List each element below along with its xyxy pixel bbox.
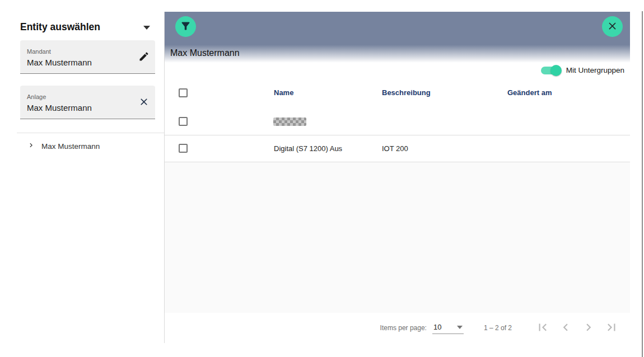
subgroups-toggle[interactable] (541, 67, 560, 74)
row-checkbox[interactable] (179, 144, 188, 153)
first-page-button[interactable] (535, 321, 550, 335)
chevron-right-icon (27, 141, 35, 152)
filter-button[interactable] (175, 16, 196, 37)
caret-down-icon (143, 26, 150, 30)
filter-funnel-icon (180, 20, 192, 34)
mandant-edit-button[interactable] (138, 51, 150, 63)
next-page-button[interactable] (581, 321, 596, 335)
clear-x-icon (138, 96, 150, 109)
paginator: Items per page: 10 1 – 2 of 2 (165, 313, 630, 343)
column-header-beschreibung[interactable]: Beschreibung (382, 88, 431, 97)
last-page-icon (604, 320, 619, 336)
next-page-icon (581, 320, 596, 336)
sidebar-divider (17, 133, 164, 133)
anlage-clear-button[interactable] (138, 96, 150, 109)
last-page-button[interactable] (604, 321, 619, 335)
panel-title: Max Mustermann (170, 48, 240, 58)
anlage-field: Anlage Max Mustermann (20, 86, 155, 119)
mandant-field-value: Max Mustermann (27, 58, 92, 67)
page-size-select[interactable]: 10 (432, 322, 464, 334)
column-header-name[interactable]: Name (274, 88, 293, 97)
row-divider (165, 135, 630, 135)
first-page-icon (535, 320, 550, 336)
subgroups-toggle-row: Mit Untergruppen (541, 66, 624, 74)
previous-page-icon (558, 320, 573, 336)
select-all-checkbox[interactable] (179, 88, 188, 97)
subgroups-toggle-label: Mit Untergruppen (566, 66, 624, 74)
paginator-nav (535, 321, 619, 335)
beschreibung-cell: IOT 200 (382, 144, 408, 153)
window-edge-line (642, 11, 643, 357)
tree-item-label: Max Mustermann (41, 142, 100, 151)
empty-table-area (165, 162, 630, 313)
entity-selection-panel: Max Mustermann Mit Untergruppen Name Bes… (164, 12, 630, 343)
tree-item-max-mustermann[interactable]: Max Mustermann (27, 141, 100, 152)
items-per-page-label: Items per page: (380, 324, 427, 332)
name-cell: Digital (S7 1200) Aus (274, 144, 342, 153)
mandant-field-label: Mandant (27, 48, 51, 55)
redacted-name-cell (273, 118, 306, 126)
page-range-label: 1 – 2 of 2 (484, 324, 512, 332)
column-header-geaendert-am[interactable]: Geändert am (507, 88, 552, 97)
caret-down-icon (457, 326, 463, 329)
anlage-field-label: Anlage (27, 93, 46, 100)
anlage-field-value: Max Mustermann (27, 103, 92, 112)
edit-pencil-icon (138, 51, 150, 64)
toggle-thumb (550, 65, 562, 76)
sidebar-title: Entity auswählen (20, 21, 100, 33)
panel-topbar (165, 12, 630, 45)
row-checkbox[interactable] (179, 117, 188, 126)
page-size-value: 10 (433, 323, 441, 331)
close-button[interactable] (602, 16, 623, 37)
close-x-icon (606, 20, 618, 34)
previous-page-button[interactable] (558, 321, 573, 335)
collapse-caret-button[interactable] (143, 26, 151, 31)
entity-sidebar: Entity auswählen Mandant Max Mustermann … (0, 0, 164, 357)
mandant-field: Mandant Max Mustermann (20, 40, 155, 74)
